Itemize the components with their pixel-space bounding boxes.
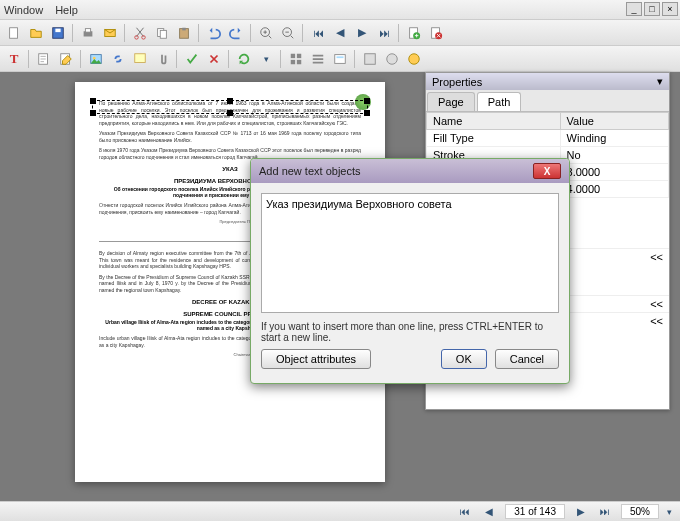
zoom-in-button[interactable]: [256, 23, 276, 43]
cross-button[interactable]: [204, 49, 224, 69]
ok-button[interactable]: OK: [441, 349, 487, 369]
nav-last-button[interactable]: ⏭: [597, 505, 613, 519]
dialog-titlebar[interactable]: Add new text objects X: [251, 159, 569, 183]
add-text-dialog: Add new text objects X If you want to in…: [250, 158, 570, 384]
svg-rect-25: [291, 59, 295, 63]
next-page-button[interactable]: ▶: [352, 23, 372, 43]
zoom-dropdown-icon[interactable]: ▾: [667, 507, 672, 517]
properties-titlebar[interactable]: Properties ▾: [426, 73, 669, 90]
add-page-button[interactable]: [404, 23, 424, 43]
svg-rect-29: [365, 53, 376, 64]
svg-rect-24: [297, 53, 301, 57]
tool-b[interactable]: [382, 49, 402, 69]
grid-button[interactable]: [286, 49, 306, 69]
prop-row[interactable]: Fill TypeWinding: [427, 130, 669, 147]
refresh-button[interactable]: [234, 49, 254, 69]
svg-rect-22: [135, 53, 146, 62]
dialog-hint: If you want to insert more than one line…: [261, 321, 559, 343]
nav-first-button[interactable]: ⏮: [457, 505, 473, 519]
svg-rect-11: [182, 27, 186, 30]
properties-title-label: Properties: [432, 76, 482, 88]
insert-link-button[interactable]: [108, 49, 128, 69]
undo-button[interactable]: [204, 23, 224, 43]
zoom-out-button[interactable]: [278, 23, 298, 43]
svg-rect-0: [10, 27, 18, 38]
delete-page-button[interactable]: [426, 23, 446, 43]
cancel-button[interactable]: Cancel: [495, 349, 559, 369]
cut-button[interactable]: [130, 23, 150, 43]
tab-page[interactable]: Page: [427, 92, 475, 111]
open-file-button[interactable]: [26, 23, 46, 43]
attach-button[interactable]: [152, 49, 172, 69]
resize-handle[interactable]: [90, 98, 96, 104]
zoom-indicator[interactable]: 50%: [621, 504, 659, 519]
first-page-button[interactable]: ⏮: [308, 23, 328, 43]
copy-button[interactable]: [152, 23, 172, 43]
insert-image-button[interactable]: [86, 49, 106, 69]
col-name[interactable]: Name: [427, 113, 561, 130]
status-bar: ⏮ ◀ 31 of 143 ▶ ⏭ 50% ▾: [0, 501, 680, 521]
menu-window[interactable]: Window: [4, 4, 43, 16]
prev-page-button[interactable]: ◀: [330, 23, 350, 43]
svg-point-30: [387, 53, 398, 64]
svg-rect-2: [55, 28, 60, 32]
minimize-button[interactable]: _: [626, 2, 642, 16]
toolbar-edit: T ▾: [0, 46, 680, 72]
maximize-button[interactable]: □: [644, 2, 660, 16]
paste-button[interactable]: [174, 23, 194, 43]
svg-rect-27: [335, 54, 346, 63]
edit-page-button[interactable]: [56, 49, 76, 69]
menu-bar: Window Help: [0, 0, 680, 20]
email-button[interactable]: [100, 23, 120, 43]
doc-para: Указом Президиума Верховного Совета Каза…: [99, 130, 361, 143]
text-tool-button[interactable]: T: [4, 49, 24, 69]
menu-help[interactable]: Help: [55, 4, 78, 16]
resize-handle[interactable]: [227, 110, 233, 116]
note-button[interactable]: [130, 49, 150, 69]
form-button[interactable]: [330, 49, 350, 69]
nav-prev-button[interactable]: ◀: [481, 505, 497, 519]
nav-next-button[interactable]: ▶: [573, 505, 589, 519]
resize-handle[interactable]: [227, 98, 233, 104]
window-controls: _ □ ×: [626, 2, 678, 16]
object-attributes-button[interactable]: Object attributes: [261, 349, 371, 369]
print-button[interactable]: [78, 23, 98, 43]
tool-c[interactable]: [404, 49, 424, 69]
properties-tabs: Page Path: [426, 90, 669, 112]
text-input[interactable]: [261, 193, 559, 313]
text-selection-box[interactable]: [92, 100, 368, 114]
tool-a[interactable]: [360, 49, 380, 69]
svg-rect-26: [297, 59, 301, 63]
svg-rect-9: [160, 30, 166, 38]
resize-handle[interactable]: [364, 110, 370, 116]
col-value[interactable]: Value: [560, 113, 668, 130]
svg-rect-23: [291, 53, 295, 57]
last-page-button[interactable]: ⏭: [374, 23, 394, 43]
resize-handle[interactable]: [90, 110, 96, 116]
svg-point-31: [409, 53, 420, 64]
close-window-button[interactable]: ×: [662, 2, 678, 16]
page-indicator[interactable]: 31 of 143: [505, 504, 565, 519]
new-file-button[interactable]: [4, 23, 24, 43]
dialog-close-button[interactable]: X: [533, 163, 561, 179]
svg-rect-4: [85, 28, 90, 32]
tab-path[interactable]: Path: [477, 92, 522, 111]
resize-handle[interactable]: [364, 98, 370, 104]
save-button[interactable]: [48, 23, 68, 43]
svg-rect-28: [337, 56, 344, 58]
toolbar-main: ⏮ ◀ ▶ ⏭: [0, 20, 680, 46]
check-button[interactable]: [182, 49, 202, 69]
panel-close-icon[interactable]: ▾: [657, 75, 663, 88]
dialog-title-label: Add new text objects: [259, 165, 361, 177]
dropdown-1[interactable]: ▾: [256, 49, 276, 69]
edit-text-button[interactable]: [34, 49, 54, 69]
list-button[interactable]: [308, 49, 328, 69]
redo-button[interactable]: [226, 23, 246, 43]
